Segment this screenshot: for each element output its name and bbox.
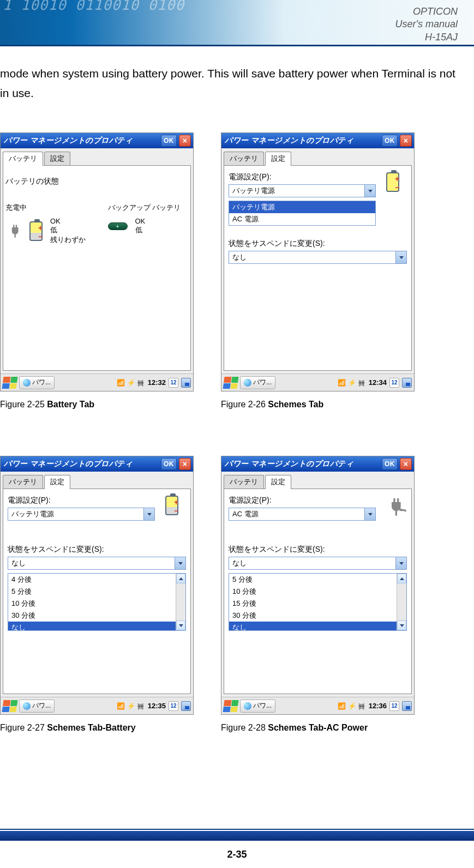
list-item[interactable]: 4 分後 <box>8 574 176 586</box>
list-item-battery[interactable]: バッテリ電源 <box>229 201 375 213</box>
close-button[interactable]: × <box>179 135 191 147</box>
start-flag-icon[interactable] <box>223 377 238 389</box>
ok-button[interactable]: OK <box>161 135 177 147</box>
body-paragraph: mode when system using battery power. Th… <box>0 46 474 103</box>
list-item[interactable]: 30 分後 <box>8 610 176 622</box>
suspend-combo[interactable]: なし <box>229 557 407 570</box>
taskbar-clock[interactable]: 12:36 <box>369 702 387 710</box>
header-line-3: H-15AJ <box>395 31 458 44</box>
combo-arrow-icon <box>395 251 406 263</box>
list-item[interactable]: 10 分後 <box>8 598 176 610</box>
tab-settings[interactable]: 設定 <box>265 475 291 489</box>
tray-signal-icon[interactable]: 卌 <box>137 702 145 710</box>
suspend-combo[interactable]: なし <box>229 251 407 264</box>
tray-network-icon[interactable]: 📶 <box>338 379 345 387</box>
scroll-down-icon[interactable] <box>397 620 406 630</box>
list-item[interactable]: 5 分後 <box>8 586 176 598</box>
scroll-down-icon[interactable] <box>176 620 185 630</box>
power-combo[interactable]: バッテリ電源 <box>229 184 376 197</box>
figure-2-27: パワー マネージメントのプロパティ OK × バッテリ 設定 +− 電源設定(P… <box>0 456 194 733</box>
tab-settings[interactable]: 設定 <box>44 475 70 489</box>
power-combo-value: バッテリ電源 <box>8 509 143 519</box>
taskbar-clock[interactable]: 12:34 <box>369 378 387 387</box>
tray-battery-icon[interactable]: ⚡ <box>127 702 135 710</box>
taskbar: パワ... 📶 ⚡ 卌 12:35 12 <box>1 697 193 714</box>
taskbar-clock[interactable]: 12:35 <box>148 702 166 710</box>
taskbar-app-button[interactable]: パワ... <box>19 376 55 389</box>
taskbar-app-button[interactable]: パワ... <box>240 376 275 389</box>
ok-button[interactable]: OK <box>382 135 398 147</box>
tray-desktop-icon[interactable] <box>402 701 412 711</box>
scroll-up-icon[interactable] <box>176 574 185 583</box>
tray-ime-icon[interactable]: 12 <box>389 701 399 711</box>
list-item[interactable]: 15 分後 <box>229 598 397 610</box>
taskbar-app-label: パワ... <box>32 701 51 710</box>
battery-status-heading: バッテリの状態 <box>5 177 188 186</box>
start-flag-icon[interactable] <box>2 377 17 389</box>
window-title: パワー マネージメントのプロパティ <box>225 136 382 146</box>
tray-signal-icon[interactable]: 卌 <box>358 379 366 387</box>
ok-button[interactable]: OK <box>382 458 398 470</box>
tray-desktop-icon[interactable] <box>181 701 191 711</box>
list-scrollbar[interactable] <box>176 574 185 630</box>
close-button[interactable]: × <box>179 458 191 470</box>
list-item[interactable]: 10 分後 <box>229 586 397 598</box>
list-item[interactable]: 30 分後 <box>229 610 397 622</box>
list-scrollbar[interactable] <box>397 574 406 630</box>
tray-signal-icon[interactable]: 卌 <box>137 379 145 387</box>
backup-battery-icon <box>108 222 128 230</box>
tab-settings[interactable]: 設定 <box>265 152 291 166</box>
taskbar-app-button[interactable]: パワ... <box>19 700 55 713</box>
tab-battery[interactable]: バッテリ <box>3 152 43 166</box>
ok-button[interactable]: OK <box>161 458 177 470</box>
list-item-ac[interactable]: AC 電源 <box>229 213 375 225</box>
tray-desktop-icon[interactable] <box>402 378 412 388</box>
taskbar-app-button[interactable]: パワ... <box>240 700 275 713</box>
suspend-options-list[interactable]: 5 分後 10 分後 15 分後 30 分後 なし <box>229 573 407 631</box>
suspend-label: 状態をサスペンドに変更(S): <box>229 545 407 554</box>
tray-battery-icon[interactable]: ⚡ <box>348 702 356 710</box>
tab-battery[interactable]: バッテリ <box>224 152 264 166</box>
tray-signal-icon[interactable]: 卌 <box>358 702 366 710</box>
figure-2-26: パワー マネージメントのプロパティ OK × バッテリ 設定 +− 電源設定(P… <box>221 132 415 409</box>
start-flag-icon[interactable] <box>2 700 17 712</box>
list-item[interactable]: 5 分後 <box>229 574 397 586</box>
figure-27-caption: Figure 2-27 Schemes Tab-Battery <box>0 723 194 733</box>
window-schemes-ac: パワー マネージメントのプロパティ OK × バッテリ 設定 電源設定(P): … <box>221 456 415 715</box>
scheme-plug-icon <box>386 496 406 523</box>
tray-ime-icon[interactable]: 12 <box>169 378 178 388</box>
tray-battery-icon[interactable]: ⚡ <box>127 379 135 387</box>
combo-arrow-icon <box>364 508 375 520</box>
list-item-selected[interactable]: なし <box>8 622 176 631</box>
window-title: パワー マネージメントのプロパティ <box>4 459 161 469</box>
window-schemes-tab: パワー マネージメントのプロパティ OK × バッテリ 設定 +− 電源設定(P… <box>221 132 415 391</box>
app-globe-icon <box>244 379 251 387</box>
tray-network-icon[interactable]: 📶 <box>338 702 345 710</box>
suspend-options-list[interactable]: 4 分後 5 分後 10 分後 30 分後 なし <box>8 573 186 631</box>
close-button[interactable]: × <box>400 135 412 147</box>
list-item-selected[interactable]: なし <box>229 622 397 631</box>
scroll-up-icon[interactable] <box>397 574 406 583</box>
tray-desktop-icon[interactable] <box>181 378 191 388</box>
tray-ime-icon[interactable]: 12 <box>389 378 399 388</box>
start-flag-icon[interactable] <box>223 700 238 712</box>
tray-battery-icon[interactable]: ⚡ <box>348 379 356 387</box>
footer-bar <box>0 831 474 841</box>
suspend-combo[interactable]: なし <box>8 557 186 570</box>
power-combo[interactable]: AC 電源 <box>229 508 376 521</box>
tab-settings[interactable]: 設定 <box>44 152 70 166</box>
tray-network-icon[interactable]: 📶 <box>117 379 124 387</box>
close-button[interactable]: × <box>400 458 412 470</box>
power-combo-value: AC 電源 <box>229 509 364 519</box>
tray-ime-icon[interactable]: 12 <box>169 701 178 711</box>
app-globe-icon <box>244 702 251 710</box>
tray-network-icon[interactable]: 📶 <box>117 702 124 710</box>
power-combo[interactable]: バッテリ電源 <box>8 508 155 521</box>
titlebar: パワー マネージメントのプロパティ OK × <box>221 456 414 472</box>
tab-battery[interactable]: バッテリ <box>3 475 43 489</box>
power-setting-label: 電源設定(P): <box>229 496 407 505</box>
tab-battery[interactable]: バッテリ <box>224 475 264 489</box>
taskbar-app-label: パワ... <box>253 701 272 710</box>
power-options-list[interactable]: バッテリ電源 AC 電源 <box>229 201 376 226</box>
taskbar-clock[interactable]: 12:32 <box>148 378 166 387</box>
